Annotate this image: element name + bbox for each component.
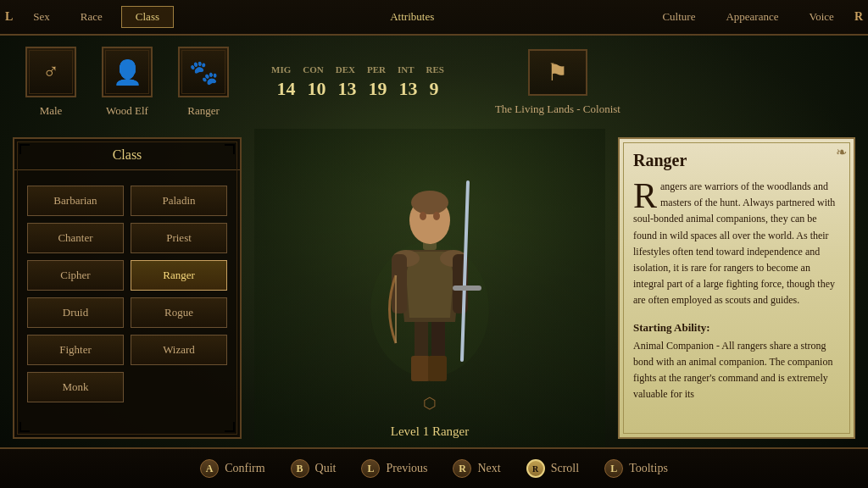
quit-button[interactable]: B Quit: [291, 459, 337, 478]
prev-label: Previous: [386, 462, 427, 475]
class-info: 🐾 Ranger: [178, 47, 229, 118]
class-barbarian[interactable]: Barbarian: [27, 186, 124, 216]
prev-icon: L: [361, 459, 380, 478]
sex-icon-box: ♂: [25, 47, 76, 97]
class-icon-box: 🐾: [178, 47, 229, 97]
separator-ornament: ⬡: [423, 394, 437, 413]
ability-section-title: Starting Ability:: [633, 321, 840, 335]
stat-value-int: 13: [398, 78, 417, 100]
race-icon-box: 👤: [102, 47, 153, 97]
stat-value-mig: 14: [276, 78, 295, 100]
nav-attributes[interactable]: Attributes: [375, 10, 449, 24]
stat-value-res: 9: [429, 78, 438, 100]
dropcap: R: [633, 182, 657, 211]
nav-culture[interactable]: Culture: [647, 10, 710, 24]
class-monk[interactable]: Monk: [27, 372, 124, 402]
class-label: Ranger: [187, 104, 220, 118]
class-chanter[interactable]: Chanter: [27, 223, 124, 253]
stat-label-res: RES: [426, 64, 443, 75]
quit-icon: B: [291, 459, 309, 478]
next-button[interactable]: R Next: [453, 459, 500, 478]
stat-label-mig: MIG: [271, 64, 291, 75]
class-ranger[interactable]: Ranger: [131, 260, 227, 291]
class-panel-title: Class: [14, 139, 240, 170]
confirm-label: Confirm: [225, 462, 264, 475]
tooltips-label: Tooltips: [629, 462, 668, 475]
class-druid[interactable]: Druid: [27, 297, 124, 328]
culture-info: ⚑ The Living Lands - Colonist: [495, 49, 620, 116]
nav-sex[interactable]: Sex: [18, 10, 65, 24]
class-wizard[interactable]: Wizard: [131, 335, 227, 365]
bottom-bar: A Confirm B Quit L Previous R Next R Scr…: [0, 447, 868, 488]
confirm-icon: A: [200, 459, 219, 478]
culture-icon: ⚑: [547, 58, 568, 86]
race-icon: 👤: [113, 58, 142, 86]
left-bracket: L: [0, 10, 18, 24]
tooltips-button[interactable]: L Tooltips: [604, 459, 668, 478]
stat-label-int: INT: [398, 64, 415, 75]
class-priest[interactable]: Priest: [131, 223, 227, 253]
tooltips-icon: L: [604, 459, 623, 478]
description-box: Ranger Rangers are warriors of the woodl…: [618, 137, 855, 439]
right-panel: Ranger Rangers are warriors of the woodl…: [605, 129, 868, 447]
sex-label: Male: [40, 104, 63, 118]
scroll-label: Scroll: [551, 462, 579, 475]
main-content: Class Barbarian Paladin Chanter Priest C…: [0, 129, 868, 447]
level-label: Level 1 Ranger: [391, 424, 469, 439]
character-figure: [353, 140, 506, 394]
race-info: 👤 Wood Elf: [102, 47, 153, 118]
description-content: Ranger Rangers are warriors of the woodl…: [620, 139, 854, 437]
previous-button[interactable]: L Previous: [361, 459, 427, 478]
nav-appearance[interactable]: Appearance: [710, 10, 793, 24]
quit-label: Quit: [315, 462, 337, 475]
svg-point-13: [411, 191, 448, 214]
stat-label-dex: DEX: [336, 64, 355, 75]
class-icon: 🐾: [189, 58, 219, 86]
stat-label-per: PER: [367, 64, 386, 75]
next-label: Next: [477, 462, 500, 475]
right-bracket: R: [849, 10, 868, 24]
class-cipher[interactable]: Cipher: [27, 260, 124, 291]
nav-race[interactable]: Race: [65, 10, 118, 24]
stats-labels-row: MIG CON DEX PER INT RES: [271, 64, 444, 75]
stats-values-row: 14 10 13 19 13 9: [276, 78, 438, 100]
scroll-icon: R: [526, 459, 545, 478]
stat-value-per: 19: [368, 78, 387, 100]
ability-text: Animal Companion - All rangers share a s…: [633, 338, 840, 403]
culture-label: The Living Lands - Colonist: [495, 103, 620, 116]
stat-value-dex: 13: [337, 78, 356, 100]
class-rogue[interactable]: Rogue: [131, 297, 227, 328]
svg-point-15: [433, 212, 440, 220]
center-area: ⬡ Level 1 Ranger: [254, 129, 605, 447]
character-info-row: ♂ Male 👤 Wood Elf 🐾 Ranger MIG CON DEX P…: [0, 36, 868, 129]
scroll-button[interactable]: R Scroll: [526, 459, 579, 478]
description-title: Ranger: [633, 151, 840, 170]
nav-voice[interactable]: Voice: [794, 10, 849, 24]
stat-label-con: CON: [303, 64, 323, 75]
stat-value-con: 10: [307, 78, 326, 100]
class-list-box: Class Barbarian Paladin Chanter Priest C…: [13, 137, 242, 439]
sex-icon: ♂: [42, 59, 59, 85]
nav-class[interactable]: Class: [121, 6, 174, 28]
next-icon: R: [453, 459, 471, 478]
svg-rect-4: [428, 356, 447, 381]
sex-info: ♂ Male: [25, 47, 76, 118]
top-navigation: L Sex Race Class Attributes Culture Appe…: [0, 0, 868, 36]
class-fighter[interactable]: Fighter: [27, 335, 124, 365]
stats-area: MIG CON DEX PER INT RES 14 10 13 19 13 9: [271, 64, 444, 100]
class-grid: Barbarian Paladin Chanter Priest Cipher …: [14, 177, 240, 411]
svg-rect-3: [411, 356, 430, 381]
left-panel: Class Barbarian Paladin Chanter Priest C…: [0, 129, 254, 447]
description-body: Rangers are warriors of the woodlands an…: [633, 179, 840, 309]
svg-point-14: [420, 212, 426, 220]
confirm-button[interactable]: A Confirm: [200, 459, 264, 478]
race-label: Wood Elf: [106, 104, 148, 118]
culture-icon-box: ⚑: [528, 49, 587, 96]
class-paladin[interactable]: Paladin: [131, 186, 227, 216]
